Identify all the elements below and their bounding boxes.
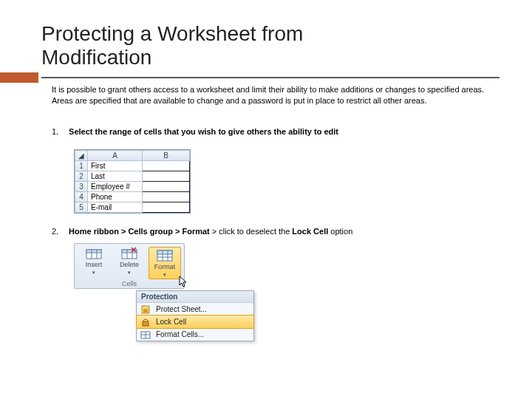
col-header-a: A [88,151,143,161]
title-line-1: Protecting a Worksheet from [41,22,303,45]
shield-icon [140,304,151,315]
menu-item-label: Lock Cell [156,318,186,326]
cell-b2 [143,171,190,182]
row-header: 2 [75,171,88,182]
spreadsheet-illustration: ◢ A B 1First 2Last 3Employee # 4Phone 5E… [74,149,191,214]
format-cells-icon [140,330,151,340]
step-1-text: Select the range of cells that you wish … [69,127,338,136]
col-header-b: B [143,151,190,161]
chevron-down-icon: ▾ [92,270,95,275]
cell-b5 [143,202,190,213]
page-title: Protecting a Worksheet from Modification [0,0,532,69]
cell-b3 [143,182,190,192]
accent-bar [0,72,38,83]
insert-button[interactable]: Insert▾ [78,247,110,276]
step-2-lockcell: Lock Cell [292,227,328,236]
format-dropdown-menu: Protection Protect Sheet... Lock Cell Fo… [136,290,254,341]
intro-paragraph: It is possible to grant others access to… [52,84,488,106]
cell-a1: First [88,161,143,171]
cell-a3: Employee # [88,182,143,192]
cell-a2: Last [88,171,143,182]
step-2: 2. Home ribbon > Cells group > Format > … [52,227,495,236]
menu-item-format-cells[interactable]: Format Cells... [137,328,253,341]
ribbon-illustration: Insert▾ Delete▾ Format▾ Cells Protection… [74,243,296,354]
cursor-icon [179,276,189,289]
format-button[interactable]: Format▾ [149,247,181,279]
menu-item-label: Format Cells... [156,330,204,338]
title-rule [41,77,499,78]
chevron-down-icon: ▾ [128,270,131,275]
lock-icon [140,317,151,327]
row-header: 3 [75,182,88,192]
menu-item-protect-sheet[interactable]: Protect Sheet... [137,303,253,316]
step-1-number: 1. [52,127,66,136]
insert-label: Insert [86,261,103,268]
step-2-mid: > click to deselect the [210,227,293,236]
delete-icon [121,247,137,260]
cell-b1 [143,161,190,171]
step-2-number: 2. [52,227,66,236]
delete-label: Delete [120,261,139,268]
steps-list: 1. Select the range of cells that you wi… [52,127,495,354]
cells-group-label: Cells [75,280,184,287]
cell-a5: E-mail [88,202,143,213]
cell-b4 [143,192,190,202]
menu-item-label: Protect Sheet... [156,305,207,313]
step-2-tail: option [328,227,352,236]
row-header: 4 [75,192,88,202]
svg-rect-1 [86,250,101,253]
menu-section-header: Protection [137,291,253,303]
row-header: 1 [75,161,88,171]
menu-item-lock-cell[interactable]: Lock Cell [136,315,254,329]
cells-group-panel: Insert▾ Delete▾ Format▾ Cells [74,243,185,289]
format-icon [157,249,173,262]
svg-rect-17 [143,321,149,326]
chevron-down-icon: ▾ [163,272,166,277]
row-header: 5 [75,202,88,213]
delete-button[interactable]: Delete▾ [113,247,146,276]
title-line-2: Modification [41,46,151,69]
step-1: 1. Select the range of cells that you wi… [52,127,495,136]
insert-icon [86,247,102,260]
cell-a4: Phone [88,192,143,202]
svg-rect-16 [143,309,148,313]
format-label: Format [154,263,176,270]
svg-rect-11 [157,250,172,254]
step-2-bold-path: Home ribbon > Cells group > Format [69,227,210,236]
sheet-corner: ◢ [75,151,88,161]
